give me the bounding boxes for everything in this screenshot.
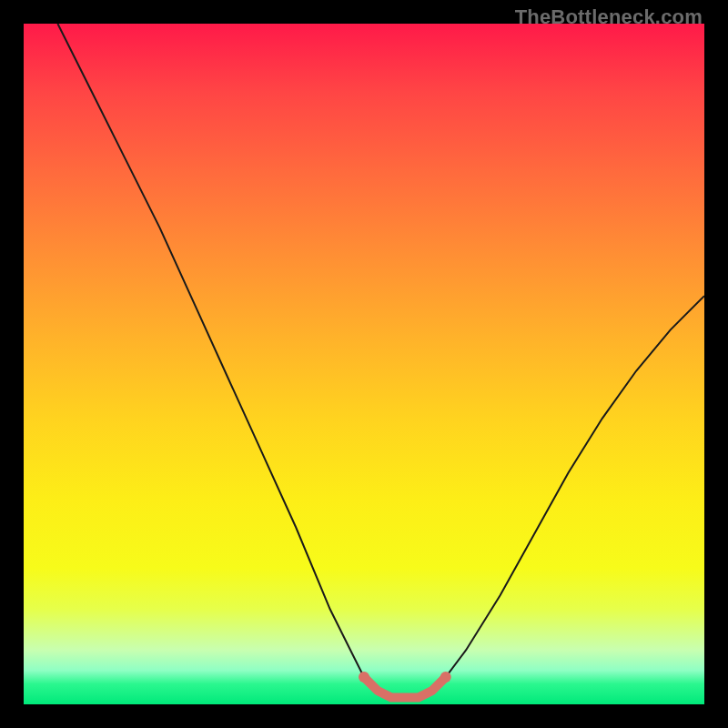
highlight-dot-left: [359, 672, 369, 682]
chart-svg: [24, 24, 704, 704]
plot-area: [24, 24, 704, 704]
watermark-text: TheBottleneck.com: [515, 5, 703, 29]
highlight-segment: [364, 677, 446, 697]
chart-container: TheBottleneck.com: [0, 0, 728, 728]
highlight-dot-right: [440, 672, 451, 682]
curve-line: [57, 24, 704, 698]
